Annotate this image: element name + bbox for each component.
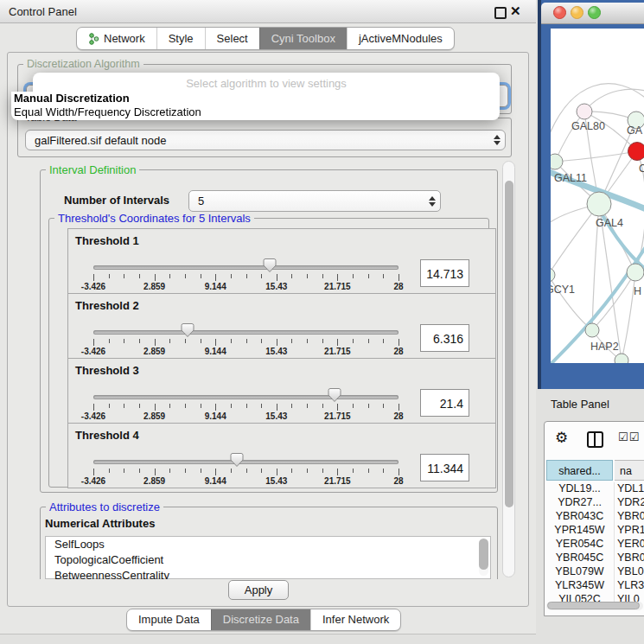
num-intervals-combo[interactable]: 5	[188, 190, 441, 212]
cell-shared-name[interactable]: YLR345W	[546, 579, 613, 591]
cell-name[interactable]: YBL0	[617, 565, 644, 577]
tick-mark	[169, 404, 170, 408]
attribute-item-topologicalcoefficient[interactable]: TopologicalCoefficient	[46, 552, 490, 568]
algorithm-option-manual-discretization[interactable]: Manual Discretization	[11, 92, 500, 105]
float-window-icon[interactable]	[494, 7, 507, 19]
tick-label: 2.859	[133, 282, 176, 291]
tick-mark	[215, 274, 216, 281]
stepper-arrows-icon[interactable]	[489, 135, 505, 145]
slider-thumb[interactable]	[263, 258, 277, 277]
threshold-slider-track[interactable]	[93, 330, 399, 335]
num-intervals-label: Number of Intervals	[64, 194, 169, 207]
close-icon[interactable]: ✕	[510, 3, 521, 19]
network-node-gcy1[interactable]	[551, 268, 555, 282]
tick-mark	[337, 469, 338, 475]
network-node-gal4[interactable]	[587, 192, 611, 216]
tab-cyni-toolbox[interactable]: Cyni Toolbox	[259, 28, 347, 49]
slider-thumb[interactable]	[328, 387, 341, 406]
cell-name[interactable]: YLR3	[617, 579, 644, 591]
cell-name[interactable]: YBR0	[617, 510, 644, 522]
zoom-light-icon[interactable]	[588, 6, 601, 19]
cell-shared-name[interactable]: YBR043C	[546, 510, 613, 522]
tab-impute-data[interactable]: Impute Data	[127, 609, 211, 630]
tick-mark	[109, 469, 110, 473]
tab-label: Network	[104, 28, 145, 49]
column-header-na[interactable]: na	[615, 460, 644, 481]
tab-discretize-data[interactable]: Discretize Data	[211, 609, 310, 630]
threshold-value-field[interactable]: 14.713	[420, 259, 469, 287]
network-node-c[interactable]	[628, 143, 644, 161]
tab-style[interactable]: Style	[156, 28, 205, 49]
tick-label: 21.715	[316, 282, 359, 291]
algorithm-option-equal-width-frequency-discretization[interactable]: Equal Width/Frequency Discretization	[11, 105, 500, 119]
tab-select[interactable]: Select	[205, 28, 259, 49]
control-panel-titlebar[interactable]: Control Panel ✕	[0, 0, 536, 23]
cell-name[interactable]: YDL1	[617, 482, 644, 494]
table-hscrollbar[interactable]	[546, 602, 643, 610]
cell-shared-name[interactable]: YPR145W	[546, 524, 613, 536]
tick-label: -3.426	[72, 411, 115, 421]
network-node-h[interactable]	[627, 264, 644, 281]
network-node-gal80[interactable]	[577, 104, 592, 119]
cell-name[interactable]: YPR1	[617, 524, 644, 536]
cell-shared-name[interactable]: YER054C	[546, 538, 613, 550]
tick-mark	[353, 469, 354, 473]
slider-thumb[interactable]	[230, 452, 244, 471]
threshold-slider-track[interactable]	[93, 395, 399, 399]
table-row[interactable]: YDR27...YDR2	[545, 496, 644, 510]
panel-scrollbar[interactable]	[502, 161, 515, 577]
network-node[interactable]	[615, 354, 628, 363]
tick-mark	[215, 339, 216, 346]
table-row[interactable]: YBR043CYBR0	[545, 510, 644, 524]
gear-icon[interactable]: ⚙	[555, 429, 568, 447]
table-row[interactable]: YLR345WYLR3	[545, 579, 644, 593]
network-canvas[interactable]: GAL80GACGAL11GAL4GCY1HHAP2	[551, 29, 644, 363]
threshold-value-field[interactable]: 11.344	[420, 454, 469, 481]
tick-mark	[337, 339, 338, 346]
attribute-item-betweennesscentrality[interactable]: BetweennessCentrality	[46, 568, 490, 579]
tick-mark	[215, 404, 216, 411]
tab-network[interactable]: Network	[77, 28, 156, 49]
cell-shared-name[interactable]: YDR27...	[546, 496, 613, 508]
threshold-value-field[interactable]: 21.4	[420, 389, 469, 417]
tab-infer-network[interactable]: Infer Network	[310, 609, 400, 630]
threshold-value-field[interactable]: 6.316	[420, 324, 469, 352]
panel-scrollbar-thumb[interactable]	[505, 181, 513, 507]
network-node-gal11[interactable]	[551, 154, 563, 169]
threshold-slider-track[interactable]	[93, 460, 399, 464]
tick-mark	[231, 404, 232, 408]
network-node-hap2[interactable]	[585, 323, 599, 337]
apply-button[interactable]: Apply	[228, 580, 289, 600]
attributes-scrollbar[interactable]	[479, 539, 488, 576]
table-row[interactable]: YBL079WYBL0	[545, 565, 644, 579]
slider-thumb[interactable]	[181, 322, 194, 341]
table-row[interactable]: YER054CYER0	[545, 538, 644, 552]
cell-shared-name[interactable]: YBR045C	[546, 552, 613, 564]
network-window-edge	[538, 0, 541, 389]
attribute-item-selfloops[interactable]: SelfLoops	[46, 537, 490, 552]
split-view-icon[interactable]	[587, 431, 603, 448]
table-row[interactable]: YPR145WYPR1	[545, 524, 644, 538]
minimize-light-icon[interactable]	[571, 6, 583, 19]
select-columns-icon[interactable]: ☑☑	[618, 430, 640, 443]
table-hscrollbar-thumb[interactable]	[547, 602, 640, 609]
node-label: C	[639, 163, 644, 175]
table-row[interactable]: YDL19...YDL1	[545, 482, 644, 496]
table-data-combo[interactable]: galFiltered.sif default node	[25, 130, 506, 150]
cell-name[interactable]: YER0	[617, 538, 644, 550]
table-data-group: Table Data galFiltered.sif default node	[17, 118, 512, 157]
threshold-label: Threshold 2	[75, 299, 139, 312]
stepper-arrows-icon[interactable]	[424, 196, 440, 207]
cell-name[interactable]: YBR0	[617, 552, 644, 564]
cell-shared-name[interactable]: YBL079W	[546, 565, 613, 577]
tab-jactivemnodules[interactable]: jActiveMNodules	[347, 28, 454, 49]
table-row[interactable]: YBR045CYBR0	[545, 552, 644, 565]
close-light-icon[interactable]	[553, 6, 566, 19]
threshold-slider-track[interactable]	[93, 265, 399, 270]
column-header-shared-[interactable]: shared...	[546, 460, 613, 481]
tick-mark	[124, 274, 124, 278]
tick-label: 9.144	[194, 347, 237, 356]
cell-shared-name[interactable]: YDL19...	[546, 482, 613, 494]
tick-mark	[246, 469, 247, 473]
cell-name[interactable]: YDR2	[617, 496, 644, 508]
